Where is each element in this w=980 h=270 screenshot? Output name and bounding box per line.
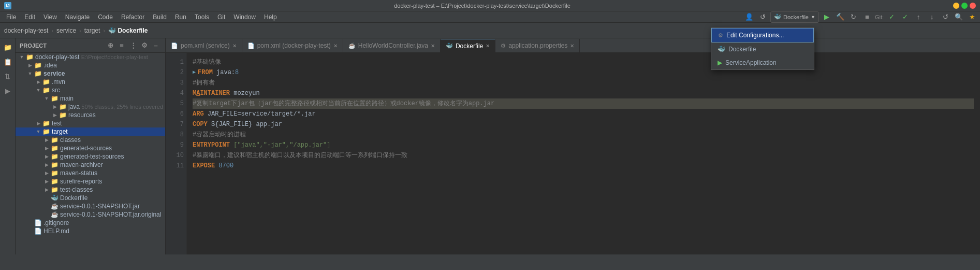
dropdown-item-dockerfile[interactable]: 🐳 Dockerfile — [711, 42, 814, 56]
build-button[interactable]: 🔨 — [835, 11, 846, 23]
tab-close-appprops[interactable]: ✕ — [570, 43, 574, 49]
tab-close-dockerfile[interactable]: ✕ — [486, 43, 490, 49]
tab-icon-pom-docker: 📄 — [247, 42, 255, 49]
activity-commit[interactable]: 📋 — [1, 55, 14, 68]
editor-content: 1 2 3 4 5 6 7 8 9 10 11 #基础镜像 ▶ FROM jav… — [166, 53, 980, 254]
menu-git[interactable]: Git — [213, 12, 229, 22]
jar1-icon: ☕ — [51, 203, 58, 210]
dropdown-label-service-app: ServiceApplication — [725, 59, 777, 66]
reload-button[interactable]: ↻ — [848, 11, 859, 23]
tab-pom-service[interactable]: 📄 pom.xml (service) ✕ — [166, 39, 242, 52]
project-tool-collapse[interactable]: – — [151, 40, 161, 51]
code-token: java — [216, 67, 231, 78]
tree-item-src[interactable]: ▼ 📁 src — [16, 86, 165, 94]
tree-item-dockerfile[interactable]: ▶ 🐳 Dockerfile — [16, 194, 165, 202]
tree-item-test-classes[interactable]: ▶ 📁 test-classes — [16, 186, 165, 194]
menu-build[interactable]: Build — [149, 12, 171, 22]
run-button[interactable]: ▶ — [821, 11, 832, 23]
breadcrumb-service[interactable]: service — [56, 27, 76, 34]
folder-icon-maven-status: 📁 — [51, 169, 58, 177]
menu-tools[interactable]: Tools — [191, 12, 213, 22]
activity-run[interactable]: ▶ — [1, 84, 14, 97]
stop-button[interactable]: ■ — [861, 11, 873, 23]
git-undo-button[interactable]: ↺ — [940, 11, 951, 23]
breadcrumb-target[interactable]: target — [84, 27, 100, 34]
tab-close-pom-docker[interactable]: ✕ — [333, 43, 338, 49]
dropdown-item-edit-config[interactable]: ⚙ Edit Configurations... — [711, 28, 814, 42]
tree-item-test[interactable]: ▶ 📁 test — [16, 119, 165, 127]
tree-arrow-classes: ▶ — [42, 137, 51, 143]
tab-appprops[interactable]: ⚙ application.properties ✕ — [495, 39, 580, 52]
tab-hello[interactable]: ☕ HelloWorldController.java ✕ — [343, 39, 441, 52]
tree-item-target[interactable]: ▼ 📁 target — [16, 127, 165, 136]
tree-item-maven-archiver[interactable]: ▶ 📁 maven-archiver — [16, 161, 165, 169]
tab-close-pom-service[interactable]: ✕ — [232, 43, 237, 49]
star-button[interactable]: ★ — [967, 11, 978, 23]
dropdown-label-dockerfile: Dockerfile — [728, 46, 756, 53]
tree-arrow-test-classes: ▶ — [42, 187, 51, 192]
project-tree: ▼ 📁 docker-play-test E:\Project\docker-p… — [16, 53, 165, 235]
menu-file[interactable]: File — [2, 12, 20, 22]
tree-item-gen-test-sources[interactable]: ▶ 📁 generated-test-sources — [16, 152, 165, 161]
menu-edit[interactable]: Edit — [20, 12, 39, 22]
git-push-button[interactable]: ↑ — [913, 11, 924, 23]
menu-navigate[interactable]: Navigate — [61, 12, 94, 22]
folder-icon-target: 📁 — [42, 128, 50, 135]
activity-project[interactable]: 📁 — [1, 40, 14, 54]
menu-window[interactable]: Window — [229, 12, 260, 22]
search-button[interactable]: 🔍 — [953, 11, 964, 23]
tree-label-mvn: .mvn — [52, 78, 65, 86]
project-tool-settings[interactable]: ⚙ — [139, 40, 150, 51]
code-editor[interactable]: #基础镜像 ▶ FROM java:8 #拥有者 MAINTAINER moze… — [186, 53, 980, 254]
project-tool-add[interactable]: ⊕ — [105, 40, 115, 51]
minimize-button[interactable] — [953, 3, 959, 9]
run-config-button[interactable]: 🐳 Dockerfile ▼ — [770, 11, 819, 23]
tree-item-classes[interactable]: ▶ 📁 classes — [16, 136, 165, 144]
tree-item-service[interactable]: ▼ 📁 service — [16, 69, 165, 78]
maximize-button[interactable] — [961, 3, 968, 9]
git-pull-button[interactable]: ↓ — [926, 11, 938, 23]
tab-dockerfile[interactable]: 🐳 Dockerfile ✕ — [441, 39, 495, 52]
menu-view[interactable]: View — [39, 12, 61, 22]
tab-label-pom-docker: pom.xml (docker-play-test) — [257, 42, 331, 49]
close-button[interactable] — [970, 3, 976, 9]
code-token: M — [193, 88, 196, 98]
menu-run[interactable]: Run — [171, 12, 191, 22]
tree-item-gen-sources[interactable]: ▶ 📁 generated-sources — [16, 144, 165, 152]
tree-item-mvn[interactable]: ▶ 📁 .mvn — [16, 78, 165, 86]
tree-arrow-gen-test-sources: ▶ — [42, 154, 51, 159]
breadcrumb-file-label: Dockerfile — [118, 27, 148, 34]
tree-item-surefire-reports[interactable]: ▶ 📁 surefire-reports — [16, 177, 165, 186]
breadcrumb-root[interactable]: docker-play-test — [4, 27, 48, 34]
tree-item-maven-status[interactable]: ▶ 📁 maven-status — [16, 169, 165, 177]
tree-item-jar1[interactable]: ▶ ☕ service-0.0.1-SNAPSHOT.jar — [16, 202, 165, 210]
tree-item-jar2[interactable]: ▶ ☕ service-0.0.1-SNAPSHOT.jar.original — [16, 210, 165, 219]
dropdown-item-service-app[interactable]: ▶ ServiceApplication — [711, 56, 814, 69]
tree-item-resources[interactable]: ▶ 📁 resources — [16, 111, 165, 119]
menu-help[interactable]: Help — [260, 12, 281, 22]
tree-label-idea: .idea — [43, 62, 57, 69]
tree-item-help[interactable]: ▶ 📄 HELP.md — [16, 227, 165, 235]
code-token: mozeyun — [233, 88, 259, 98]
tab-close-hello[interactable]: ✕ — [431, 43, 435, 49]
tree-item-gitignore[interactable]: ▶ 📄 .gitignore — [16, 219, 165, 227]
tree-label-test: test — [52, 120, 62, 127]
git-check2-button[interactable]: ✓ — [899, 11, 911, 23]
tree-item-idea[interactable]: ▶ 📁 .idea — [16, 61, 165, 69]
activity-pull[interactable]: ⇅ — [1, 69, 14, 83]
project-tool-more[interactable]: ⋮ — [128, 40, 138, 51]
vcs-icon[interactable]: ↺ — [757, 11, 768, 23]
code-token: #基础镜像 — [193, 57, 221, 67]
tree-item-main[interactable]: ▼ 📁 main — [16, 94, 165, 103]
help-icon: 📄 — [34, 228, 42, 235]
git-check-button[interactable]: ✓ — [886, 11, 897, 23]
tree-item-root[interactable]: ▼ 📁 docker-play-test E:\Project\docker-p… — [16, 53, 165, 61]
account-icon[interactable]: 👤 — [743, 11, 755, 23]
project-tool-list[interactable]: ≡ — [116, 40, 127, 51]
tab-label-dockerfile: Dockerfile — [456, 42, 483, 50]
menu-refactor[interactable]: Refactor — [117, 12, 149, 22]
tab-pom-docker[interactable]: 📄 pom.xml (docker-play-test) ✕ — [242, 39, 343, 52]
menu-code[interactable]: Code — [94, 12, 117, 22]
tree-label-service: service — [43, 70, 65, 77]
tree-item-java[interactable]: ▶ 📁 java 50% classes, 25% lines covered — [16, 103, 165, 111]
